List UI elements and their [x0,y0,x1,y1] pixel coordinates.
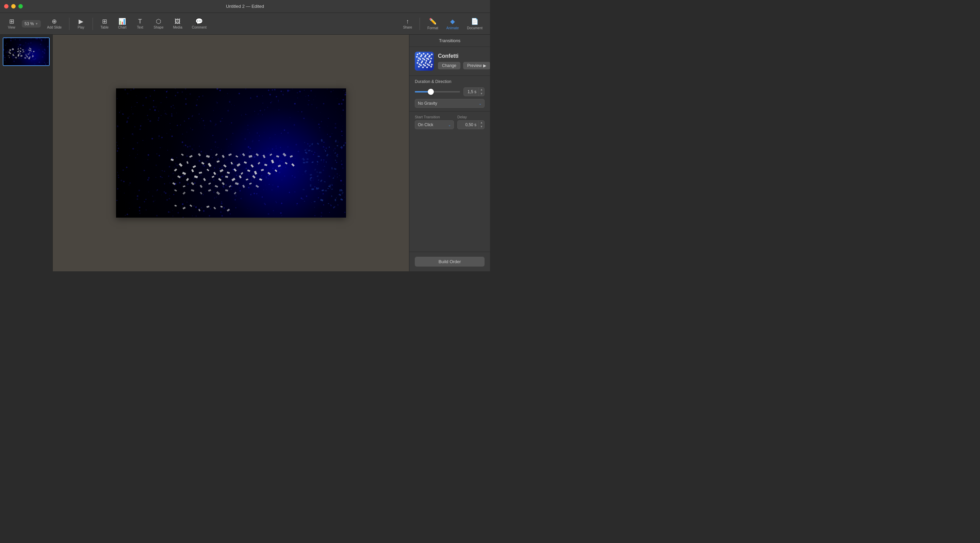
table-icon: ⊞ [102,18,107,24]
format-label: Format [427,26,438,30]
duration-steppers: ▲ ▼ [479,88,484,96]
duration-value: 1,5 s [464,88,479,95]
window-title: Untitled 2 — Edited [226,4,264,9]
on-click-value: On Click [418,122,433,127]
titlebar: Untitled 2 — Edited [0,0,490,13]
delay-steppers: ▲ ▼ [479,121,484,129]
close-button[interactable] [4,4,8,8]
right-panel: Transitions Confetti Change Preview ▶ Du… [409,35,490,272]
comment-button[interactable]: 💬 Comment [189,17,210,30]
slide-background [116,88,346,218]
start-col: Start Transition On Click ⌄ [415,115,454,129]
duration-decrement[interactable]: ▼ [479,92,484,96]
chart-label: Chart [118,25,126,29]
text-button[interactable]: T Text [133,17,148,30]
separator-2 [92,17,93,30]
window-controls[interactable] [4,4,23,8]
transition-icon [415,52,434,71]
duration-value-box: 1,5 s ▲ ▼ [463,87,485,96]
duration-slider-track[interactable] [415,91,460,92]
add-slide-label: Add Slide [47,25,62,29]
chart-button[interactable]: 📊 Chart [115,17,130,30]
slide-panel: 1 [0,35,53,272]
preview-button[interactable]: Preview ▶ [463,62,490,69]
animate-label: Animate [447,26,459,30]
duration-increment[interactable]: ▲ [479,88,484,92]
build-order-button[interactable]: Build Order [415,257,485,267]
slide-canvas[interactable] [116,88,346,218]
add-slide-icon: ⊕ [52,18,57,24]
play-label: Play [78,25,84,29]
main-layout: 1 Transitions Confetti Change Preview [0,35,490,272]
text-icon: T [138,18,142,24]
build-order-section: Build Order [409,252,490,272]
separator-3 [420,17,420,30]
format-button[interactable]: ✏️ Format [424,16,442,31]
gravity-caret-icon: ⌄ [479,102,482,105]
gravity-dropdown[interactable]: No Gravity ⌄ [415,99,485,108]
delay-value: 0,50 s [458,121,479,128]
delay-increment[interactable]: ▲ [479,121,484,125]
document-icon: 📄 [471,17,479,25]
delay-value-box: 0,50 s ▲ ▼ [457,121,485,129]
start-transition-section: Start Transition On Click ⌄ Delay 0,50 s… [409,111,490,133]
chart-icon: 📊 [118,18,126,24]
zoom-caret-icon: ▼ [35,22,38,25]
text-label: Text [137,25,143,29]
table-label: Table [100,25,108,29]
share-label: Share [403,25,412,29]
play-icon: ▶ [79,18,83,24]
animate-button[interactable]: ◆ Animate [443,16,463,31]
animate-icon: ◆ [450,17,455,25]
comment-label: Comment [192,25,207,29]
slide-thumbnail[interactable] [3,37,50,66]
delay-decrement[interactable]: ▼ [479,125,484,129]
add-slide-button[interactable]: ⊕ Add Slide [43,17,65,30]
toolbar-right: ✏️ Format ◆ Animate 📄 Document [424,16,486,31]
zoom-value: 53 % [24,21,34,26]
start-transition-label: Start Transition [415,115,454,119]
maximize-button[interactable] [18,4,23,8]
media-icon: 🖼 [175,18,181,24]
share-button[interactable]: ↑ Share [399,17,415,30]
view-icon: ⊞ [9,18,14,24]
start-delay-row: Start Transition On Click ⌄ Delay 0,50 s… [415,115,485,129]
delay-col: Delay 0,50 s ▲ ▼ [457,115,485,129]
transition-buttons: Change Preview ▶ [438,62,490,69]
minimize-button[interactable] [11,4,16,8]
duration-slider-row: 1,5 s ▲ ▼ [415,87,485,96]
transition-preview: Confetti Change Preview ▶ [409,47,490,76]
slide-thumb-wrapper: 1 [3,37,50,73]
table-button[interactable]: ⊞ Table [97,17,112,30]
duration-title: Duration & Direction [415,79,485,84]
start-caret-icon: ⌄ [448,123,451,127]
view-label: View [8,25,15,29]
document-label: Document [467,26,482,30]
transition-info: Confetti Change Preview ▶ [438,53,490,69]
gravity-value: No Gravity [418,101,437,106]
slide-thumb-canvas [3,38,49,65]
document-button[interactable]: 📄 Document [463,16,486,31]
view-button[interactable]: ⊞ View [4,17,19,30]
zoom-control[interactable]: 53 % ▼ [22,20,41,27]
canvas-area [53,35,409,272]
format-icon: ✏️ [429,17,437,25]
duration-section: Duration & Direction 1,5 s ▲ ▼ No Gravit… [409,76,490,111]
shape-label: Shape [154,25,164,29]
media-button[interactable]: 🖼 Media [169,17,185,30]
shape-button[interactable]: ⬡ Shape [150,17,167,30]
change-button[interactable]: Change [438,62,460,69]
panel-header: Transitions [409,35,490,47]
toolbar: ⊞ View 53 % ▼ ⊕ Add Slide ▶ Play ⊞ Table… [0,13,490,35]
comment-icon: 💬 [195,18,203,24]
duration-slider-thumb[interactable] [428,89,434,95]
play-small-icon: ▶ [483,63,486,68]
media-label: Media [173,25,182,29]
play-button[interactable]: ▶ Play [73,17,89,30]
share-icon: ↑ [406,18,409,24]
start-transition-dropdown[interactable]: On Click ⌄ [415,121,454,129]
delay-label: Delay [457,115,485,119]
transition-name: Confetti [438,53,490,59]
shape-icon: ⬡ [156,18,161,24]
